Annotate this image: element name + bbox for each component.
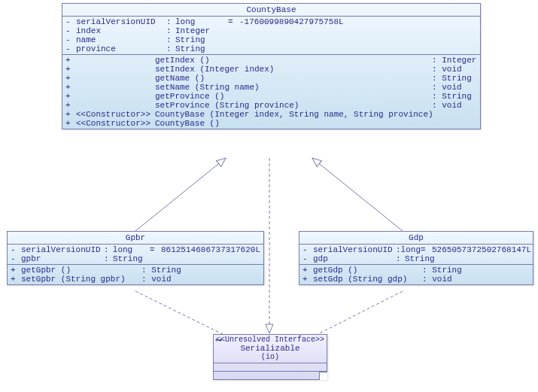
class-title: Serializable xyxy=(240,344,299,353)
class-title: CountyBase xyxy=(62,4,480,17)
class-title: Gpbr xyxy=(8,232,263,245)
attributes: -serialVersionUID:long=52650573725027681… xyxy=(299,245,533,265)
key-icon: ⊶ xyxy=(215,336,222,345)
class-gpbr: Gpbr -serialVersionUID:long=861251468673… xyxy=(7,231,264,285)
methods: +getGdp (): String +setGdp (String gdp):… xyxy=(299,265,533,284)
class-gdp: Gdp -serialVersionUID:long=5265057372502… xyxy=(299,231,533,285)
gen-gpbr-county xyxy=(135,158,226,231)
methods: +getGpbr (): String +setGpbr (String gpb… xyxy=(8,265,263,284)
fold-icon xyxy=(319,372,327,380)
gen-gdp-county xyxy=(312,158,403,231)
methods: +getIndex (): Integer +setIndex (Integer… xyxy=(62,55,480,129)
attributes xyxy=(214,363,327,372)
class-countybase: CountyBase -serialVersionUID:long=-17600… xyxy=(62,3,481,129)
interface-serializable: <<Unresolved Interface>> ⊶Serializable (… xyxy=(213,334,327,380)
stereotype: <<Unresolved Interface>> xyxy=(215,336,325,344)
package: (io) xyxy=(215,353,325,361)
methods xyxy=(214,372,327,379)
class-title: Gdp xyxy=(299,232,533,245)
attributes: -serialVersionUID:long=-1760099890427975… xyxy=(62,17,480,55)
class-header: <<Unresolved Interface>> ⊶Serializable (… xyxy=(214,335,327,363)
attributes: -serialVersionUID:long=86125146867373176… xyxy=(8,245,263,265)
